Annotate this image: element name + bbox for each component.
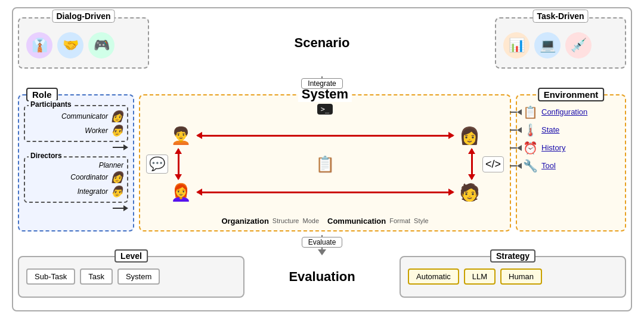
bottom-red-arrow bbox=[197, 192, 453, 193]
mid-arrow-row: 📋 bbox=[171, 149, 480, 179]
chat-icon: 💬 bbox=[146, 155, 168, 174]
task-driven-title: Task-Driven bbox=[532, 10, 588, 23]
v-red-arrow-left bbox=[178, 149, 179, 179]
history-label: History bbox=[541, 143, 565, 152]
structure-label: Structure bbox=[273, 217, 299, 224]
coordinator-label: Coordinator bbox=[70, 173, 108, 181]
dialog-driven-wrapper: Dialog-Driven 👔 🤝 🎮 bbox=[18, 17, 149, 69]
main-container: Dialog-Driven 👔 🤝 🎮 Scenario Task-Driven… bbox=[12, 7, 632, 311]
communicator-role: Communicator 👩 bbox=[29, 110, 123, 123]
scenario-row: Dialog-Driven 👔 🤝 🎮 Scenario Task-Driven… bbox=[18, 13, 626, 73]
directors-box: Directors Planner Coordinator 👩 Integrat… bbox=[24, 156, 128, 203]
coordinator-role: Coordinator 👩 bbox=[29, 171, 123, 184]
config-label: Configuration bbox=[541, 107, 587, 116]
org-label: Organization bbox=[221, 217, 268, 226]
system-center-box: System >_ 💬 🧑‍🦱 👩 bbox=[139, 94, 511, 231]
communicator-label: Communicator bbox=[61, 112, 108, 121]
task-driven-wrapper: Task-Driven 📊 💻 💉 bbox=[495, 17, 626, 69]
environment-box: Environment 📋 Configuration 🌡️ State bbox=[516, 94, 626, 231]
agent-top-right: 👩 bbox=[459, 126, 480, 146]
tool-icon: 🔧 bbox=[523, 159, 538, 173]
v-red-arrow-right bbox=[471, 149, 473, 179]
agent-bottom-right: 🧑 bbox=[459, 183, 480, 202]
v-arrow-left bbox=[178, 149, 179, 179]
integrate-badge: Integrate bbox=[301, 78, 342, 89]
agents-arrows-area: 🧑‍🦱 👩 📋 bbox=[171, 117, 480, 212]
env-config-arrow bbox=[510, 109, 522, 115]
dialog-icon-game: 🎮 bbox=[88, 32, 114, 58]
dialog-icon-meeting: 🤝 bbox=[57, 32, 83, 58]
evaluate-arrow bbox=[318, 249, 326, 255]
env-tool-arrow bbox=[510, 163, 522, 169]
integrator-role: Integrator 👨 bbox=[29, 185, 123, 198]
env-history-arrow bbox=[510, 145, 522, 151]
clipboard-wrapper: 📋 bbox=[315, 155, 335, 174]
style-label: Style bbox=[414, 217, 428, 224]
top-agent-row: 🧑‍🦱 👩 bbox=[171, 126, 480, 146]
level-section: Level Sub-Task Task System bbox=[18, 256, 244, 298]
evaluate-badge: Evaluate bbox=[302, 237, 343, 248]
strategy-title: Strategy bbox=[490, 249, 535, 263]
code-icon: </> bbox=[482, 156, 504, 172]
history-icon: ⏰ bbox=[523, 141, 538, 155]
integrate-row: Integrate bbox=[18, 76, 626, 91]
top-red-arrow bbox=[197, 135, 453, 137]
level-title: Level bbox=[114, 249, 148, 263]
role-title: Role bbox=[26, 88, 58, 101]
code-icon-wrapper: </> bbox=[482, 117, 504, 212]
subtask-badge: Sub-Task bbox=[26, 268, 75, 285]
integrator-avatar: 👨 bbox=[110, 185, 123, 198]
evaluate-row: Evaluate bbox=[18, 235, 626, 249]
format-label: Format bbox=[389, 217, 410, 224]
task-driven-box: Task-Driven 📊 💻 💉 bbox=[495, 17, 626, 69]
directors-arrow-wrapper bbox=[24, 205, 128, 211]
directors-arrow bbox=[113, 205, 128, 211]
worker-avatar: 👨 bbox=[110, 124, 123, 137]
level-wrapper: Level Sub-Task Task System bbox=[18, 256, 244, 298]
participants-title: Participants bbox=[29, 100, 73, 109]
clipboard-icon: 📋 bbox=[315, 155, 335, 174]
participants-arrow-wrapper bbox=[24, 144, 128, 150]
integrator-label: Integrator bbox=[78, 187, 108, 196]
llm-badge: LLM bbox=[464, 268, 496, 285]
directors-title: Directors bbox=[29, 152, 64, 160]
evaluation-title: Evaluation bbox=[244, 269, 400, 285]
org-comm-row: Organization Structure Mode Communicatio… bbox=[140, 214, 510, 230]
env-state-arrow bbox=[510, 127, 522, 133]
participants-arrow bbox=[113, 144, 128, 150]
strategy-section: Strategy Automatic LLM Human bbox=[400, 256, 626, 298]
communicator-avatar: 👩 bbox=[110, 110, 123, 123]
human-badge: Human bbox=[500, 268, 542, 285]
worker-role: Worker 👨 bbox=[29, 124, 123, 137]
mode-label: Mode bbox=[303, 217, 320, 224]
state-label: State bbox=[541, 125, 559, 134]
v-arrow-right bbox=[471, 149, 473, 179]
evaluation-row: Level Sub-Task Task System Evaluation St… bbox=[18, 253, 626, 301]
planner-role: Planner bbox=[29, 161, 123, 169]
agent-top-left: 🧑‍🦱 bbox=[171, 126, 191, 146]
dialog-driven-title: Dialog-Driven bbox=[52, 10, 114, 23]
participants-box: Participants Communicator 👩 Worker 👨 bbox=[24, 105, 128, 142]
env-history: ⏰ History bbox=[523, 141, 619, 155]
automatic-badge: Automatic bbox=[408, 268, 459, 285]
planner-label: Planner bbox=[99, 161, 123, 169]
terminal-icon: >_ bbox=[317, 104, 333, 115]
dialog-driven-icons: 👔 🤝 🎮 bbox=[26, 32, 114, 58]
comm-label: Communication bbox=[327, 217, 386, 226]
chat-icon-wrapper: 💬 bbox=[146, 117, 168, 212]
scenario-title: Scenario bbox=[149, 35, 495, 51]
dialog-icon-person: 👔 bbox=[26, 32, 52, 58]
config-icon: 📋 bbox=[523, 105, 538, 119]
env-state: 🌡️ State bbox=[523, 123, 619, 137]
state-icon: 🌡️ bbox=[523, 123, 538, 137]
task-icon-chart: 📊 bbox=[503, 32, 530, 58]
bottom-agent-row: 👩‍🦰 🧑 bbox=[171, 183, 480, 202]
coordinator-avatar: 👩 bbox=[110, 171, 123, 184]
worker-label: Worker bbox=[85, 126, 108, 135]
task-badge: Task bbox=[80, 268, 113, 285]
agent-area: 💬 🧑‍🦱 👩 bbox=[140, 115, 510, 214]
task-icon-med: 💉 bbox=[565, 32, 592, 58]
agent-bottom-left: 👩‍🦰 bbox=[171, 183, 191, 202]
env-tool: 🔧 Tool bbox=[523, 159, 619, 173]
dialog-driven-box: Dialog-Driven 👔 🤝 🎮 bbox=[18, 17, 149, 69]
